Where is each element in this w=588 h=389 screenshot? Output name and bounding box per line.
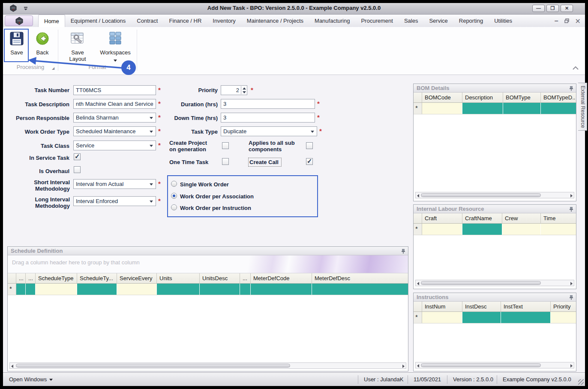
maximize-button[interactable]: ❒	[546, 5, 559, 12]
tab-equipment-locations[interactable]: Equipment / Locations	[65, 15, 132, 27]
bom-col-description[interactable]: Description	[462, 93, 503, 102]
labour-new-row[interactable]: *	[414, 224, 576, 235]
task-type-combo[interactable]: Duplicate	[221, 126, 317, 136]
tab-reporting[interactable]: Reporting	[453, 15, 489, 27]
bom-col-bomcode[interactable]: BOMCode	[422, 93, 462, 102]
schedule-col-ellipsis-1[interactable]: ...	[16, 273, 26, 283]
scroll-right-icon[interactable]	[570, 194, 573, 197]
scroll-right-icon[interactable]	[402, 365, 405, 368]
task-number-input[interactable]: TT06MCS	[73, 85, 156, 95]
schedule-col-unitsdesc[interactable]: UnitsDesc	[200, 273, 240, 283]
tab-utilities[interactable]: Utilities	[489, 15, 518, 27]
scroll-left-icon[interactable]	[11, 365, 13, 368]
scroll-left-icon[interactable]	[417, 364, 419, 368]
dialog-launcher-icon[interactable]: ◢	[52, 66, 54, 70]
in-service-task-checkbox[interactable]	[74, 153, 81, 160]
person-responsible-value: Belinda Sharman	[76, 114, 119, 121]
open-windows-button[interactable]: Open Windows	[9, 376, 53, 383]
bom-new-row[interactable]: *	[414, 103, 576, 114]
save-layout-button[interactable]: Save Layout	[62, 31, 93, 62]
create-project-checkbox[interactable]	[222, 142, 229, 149]
schedule-col-ellipsis-3[interactable]: ...	[240, 273, 251, 283]
scroll-left-icon[interactable]	[417, 282, 419, 285]
instructions-col-insttext[interactable]: InstText	[501, 302, 551, 311]
down-time-input[interactable]: 3	[221, 113, 315, 123]
schedule-hscrollbar[interactable]	[9, 362, 406, 369]
back-button-label: Back	[30, 49, 54, 56]
scroll-right-icon[interactable]	[570, 364, 573, 368]
tab-inventory[interactable]: Inventory	[207, 15, 241, 27]
external-resource-tab[interactable]: External Resource	[578, 83, 587, 131]
application-window: Add New Task - BPO: Version 2.5.0.0 - Ex…	[3, 3, 585, 386]
labour-col-time[interactable]: Time	[541, 213, 576, 223]
statusbar-separator	[358, 375, 358, 384]
one-time-task-checkbox[interactable]	[222, 158, 229, 165]
work-order-per-instruction-radio[interactable]	[171, 204, 177, 210]
schedule-new-row[interactable]: *	[8, 284, 408, 295]
tab-sales[interactable]: Sales	[399, 15, 424, 27]
create-call-checkbox[interactable]	[306, 158, 313, 165]
application-menu-button[interactable]	[5, 15, 33, 26]
close-button[interactable]: ✕	[561, 5, 573, 12]
duration-input[interactable]: 3	[221, 99, 315, 109]
back-button[interactable]: Back	[30, 31, 54, 56]
bom-hscrollbar[interactable]	[415, 192, 574, 198]
applies-sub-checkbox[interactable]	[306, 142, 313, 149]
is-overhaul-checkbox[interactable]	[74, 166, 81, 173]
work-order-type-combo[interactable]: Scheduled Maintenance	[73, 126, 156, 136]
scroll-left-icon[interactable]	[417, 194, 419, 197]
tab-maintenance-projects[interactable]: Maintenance / Projects	[241, 15, 309, 27]
save-icon	[9, 40, 24, 47]
schedule-col-scheduletype[interactable]: ScheduleType	[36, 273, 77, 283]
long-interval-combo[interactable]: Interval Enforced	[73, 196, 156, 206]
labour-col-crew[interactable]: Crew	[502, 213, 541, 223]
labour-col-craft[interactable]: Craft	[422, 213, 462, 223]
workspaces-button[interactable]: Workspaces	[98, 31, 132, 63]
task-class-combo[interactable]: Service	[73, 141, 156, 150]
schedule-col-units[interactable]: Units	[157, 273, 200, 283]
labour-col-craftname[interactable]: CraftName	[462, 213, 502, 223]
tab-home[interactable]: Home	[38, 15, 65, 27]
instructions-new-row[interactable]: *	[414, 312, 576, 323]
bom-col-bomtyped[interactable]: BOMTypeD..	[541, 93, 576, 102]
work-order-per-association-radio[interactable]	[171, 193, 177, 199]
chevron-down-icon	[311, 131, 314, 133]
schedule-col-meterdefcode[interactable]: MeterDefCode	[251, 273, 312, 283]
instructions-col-instnum[interactable]: InstNum	[422, 302, 462, 311]
schedule-definition-panel: Schedule Definition Drag a column header…	[7, 246, 408, 371]
workspaces-dropdown-icon	[114, 60, 117, 62]
priority-label: Priority	[174, 87, 218, 93]
collapse-ribbon-icon[interactable]	[572, 65, 579, 72]
schedule-col-scheduletyd[interactable]: ScheduleTy...	[77, 273, 117, 283]
labour-hscrollbar[interactable]	[415, 280, 574, 286]
statusbar-user: User : JulandaK	[364, 376, 404, 383]
resize-grip[interactable]	[578, 379, 584, 385]
bom-col-bomtype[interactable]: BOMType	[503, 93, 541, 102]
mdi-minimize-icon[interactable]: –	[555, 17, 558, 25]
mdi-close-icon[interactable]: ✕	[575, 17, 581, 25]
tab-procurement[interactable]: Procurement	[355, 15, 398, 27]
schedule-col-meterdefdesc[interactable]: MeterDefDesc	[312, 273, 408, 283]
mdi-restore-icon[interactable]	[564, 17, 569, 25]
short-interval-combo[interactable]: Interval from Actual	[73, 179, 156, 189]
tab-service[interactable]: Service	[423, 15, 453, 27]
group-by-bar[interactable]: Drag a column header here to group by th…	[8, 255, 408, 273]
minimize-button[interactable]: —	[532, 5, 545, 12]
tab-contract[interactable]: Contract	[131, 15, 163, 27]
instructions-col-instdesc[interactable]: InstDesc	[462, 302, 501, 311]
instructions-hscrollbar[interactable]	[415, 362, 574, 368]
statusbar-company: Example Company v2.5.0.0	[503, 376, 571, 383]
instructions-col-priority[interactable]: Priority	[551, 302, 576, 311]
person-responsible-combo[interactable]: Belinda Sharman	[73, 113, 156, 123]
internal-labour-panel: Internal Labour Resource Craft CraftName…	[413, 204, 576, 289]
priority-spinner[interactable]: 2	[221, 85, 247, 95]
tab-manufacturing[interactable]: Manufacturing	[309, 15, 355, 27]
schedule-col-ellipsis-2[interactable]: ...	[26, 273, 36, 283]
task-description-input[interactable]: nth Machine Clean and Service	[73, 99, 156, 109]
schedule-col-serviceevery[interactable]: ServiceEvery	[117, 273, 157, 283]
scroll-right-icon[interactable]	[570, 282, 573, 285]
single-work-order-radio[interactable]	[171, 181, 177, 187]
tab-finance-hr[interactable]: Finance / HR	[163, 15, 207, 27]
save-button[interactable]: Save	[5, 31, 29, 56]
spinner-arrows-icon[interactable]	[241, 86, 246, 94]
